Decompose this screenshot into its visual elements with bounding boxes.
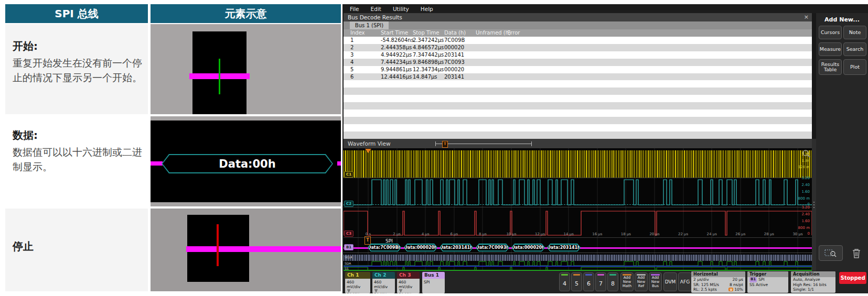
channel-badge-c2[interactable]: C2	[344, 201, 353, 207]
data-frame-diagram: Data:00h	[151, 116, 341, 206]
channel-badge-c1[interactable]: C1	[344, 171, 353, 178]
time-axis-label: 2 µs	[387, 232, 408, 237]
button-color-stripe	[597, 274, 604, 276]
results-cell: 000020	[444, 66, 464, 73]
channel-badge-c3[interactable]: C3	[344, 231, 353, 237]
results-cell: 12.34734µs	[413, 66, 444, 73]
start-diagram	[151, 24, 341, 114]
digital-separator	[344, 253, 812, 253]
channel-badge-body: SPI	[422, 279, 445, 293]
bus-badge-b1[interactable]: B1	[344, 244, 353, 250]
menu-item-help[interactable]: Help	[421, 6, 433, 12]
results-cell: -54.82604ns	[381, 37, 414, 44]
results-col-header: Start Time	[381, 29, 408, 37]
display-button-4[interactable]: 4	[559, 272, 570, 291]
channel-badge-name: Ch 3	[397, 272, 420, 279]
trigger-type: SPI	[758, 277, 765, 282]
trigger-panel[interactable]: Trigger B1SPI SS Active	[747, 271, 788, 293]
acquisition-panel-title: Acquisition	[791, 271, 835, 277]
acquisition-panel[interactable]: Acquisition Auto, Analyze High Res: 16 b…	[791, 271, 835, 293]
add-new-cursors-button[interactable]: Cursors	[819, 26, 842, 39]
dvm-button[interactable]: DVM	[663, 272, 677, 291]
afg-button[interactable]: AFG	[678, 272, 692, 291]
results-row[interactable]	[344, 117, 812, 124]
results-row[interactable]	[344, 131, 812, 139]
results-cell: 12.44416µs	[381, 73, 412, 81]
channel-badge-name: Ch 1	[345, 272, 370, 279]
doc-term-data: 数据:	[13, 128, 143, 142]
add-new-math-button[interactable]: Add New Math	[620, 272, 634, 291]
channel-badge-ch-1[interactable]: Ch 1460 mV/div50 MHz	[345, 272, 370, 293]
trigger-slider-handle[interactable]: T	[442, 141, 448, 148]
display-button-8[interactable]: 8	[607, 272, 618, 291]
close-icon[interactable]: ×	[804, 13, 809, 21]
time-axis-label: 20 µs	[644, 232, 665, 237]
menu-item-utility[interactable]: Utility	[393, 6, 409, 12]
channel-scale: 460 mV/div	[399, 280, 418, 289]
trash-button[interactable]	[849, 245, 864, 261]
results-row[interactable]	[344, 124, 812, 131]
results-cell: 7C009B	[444, 37, 465, 44]
zoom-box-icon	[824, 249, 837, 257]
results-cell: 9.846898µs	[413, 59, 444, 66]
add-new-bus-button[interactable]: Add New Bus	[649, 272, 662, 291]
trigger-position-icon[interactable]	[365, 149, 371, 153]
zoom-mode-button[interactable]	[819, 245, 843, 261]
add-new-measure-button[interactable]: Measure	[819, 42, 842, 56]
add-new-sidebar: Add New... CursorsNoteMeasureSearchResul…	[816, 13, 868, 271]
results-row[interactable]: 47.444234µs9.846898µs7C0093	[344, 59, 812, 66]
spi-doc-table: SPI 总线 元素示意 开始: 重复开始发生在没有前一个停止的情况下显示另一个开…	[5, 4, 341, 291]
trigger-panel-title: Trigger	[747, 271, 788, 277]
add-new-search-button[interactable]: Search	[843, 42, 866, 56]
results-row[interactable]: 1-54.82604ns2.347242µs7C009B	[344, 37, 812, 44]
channel-badge-ch-2[interactable]: Ch 2460 mV/div50 MHz	[372, 272, 395, 293]
add-new-plot-button[interactable]: Plot	[843, 59, 866, 75]
results-col-header: Data (h)	[444, 29, 466, 37]
menu-item-file[interactable]: File	[350, 6, 359, 12]
scale-label: 920 m	[798, 165, 810, 170]
results-cell: 203141	[444, 51, 464, 59]
digital-channel-label: SCLK	[345, 255, 352, 259]
results-row[interactable]: 22.444358µs4.846572µs000020	[344, 44, 812, 51]
results-cell: 7C0093	[444, 59, 465, 66]
results-row[interactable]	[344, 87, 812, 95]
results-row[interactable]	[344, 80, 812, 87]
menu-bar: FileEditUtilityHelp	[342, 4, 868, 13]
time-axis-label: 8 µs	[472, 232, 493, 237]
bus-decode-frame: Data:7C009Bh	[368, 244, 401, 251]
bus-decode-frame-label: Data:000020h	[405, 245, 437, 251]
channel-badge-bus-1[interactable]: Bus 1SPI	[422, 272, 445, 293]
trigger-marker-badge[interactable]: T	[365, 236, 371, 245]
results-row[interactable]: 34.944922µs7.347442µs203141	[344, 51, 812, 59]
expansion-point-icon: U	[728, 288, 733, 291]
waveform-plot[interactable]: 0 s2 µs4 µs6 µs8 µs10 µs12 µs14 µs16 µs1…	[344, 148, 812, 271]
results-cell: 2.347242µs	[413, 37, 444, 44]
button-color-stripe	[585, 274, 592, 276]
time-axis-label: 16 µs	[587, 232, 608, 237]
add-new-ref-button[interactable]: Add New Ref	[635, 272, 648, 291]
time-axis-label: 14 µs	[558, 232, 579, 237]
results-cell: 7.444234µs	[381, 59, 412, 66]
stopped-status-button[interactable]: Stopped	[839, 272, 866, 284]
panel-splitter-handle[interactable]	[812, 139, 816, 271]
time-axis-label: 22 µs	[673, 232, 694, 237]
results-cell: 7.347442µs	[413, 51, 444, 59]
menu-item-edit[interactable]: Edit	[371, 6, 381, 12]
results-row[interactable]: 59.944861µs12.34734µs000020	[344, 66, 812, 73]
add-new-note-button[interactable]: Note	[843, 26, 866, 39]
display-button-5[interactable]: 5	[571, 272, 582, 291]
tab-bus1-spi[interactable]: Bus 1 (SPI)	[350, 21, 389, 29]
pan-zoom-slider[interactable]: T	[435, 141, 532, 146]
channel-badge-ch-3[interactable]: Ch 3460 mV/div50 MHz	[397, 272, 420, 293]
results-row[interactable]	[344, 109, 812, 117]
add-new-results-table-button[interactable]: Results Table	[819, 59, 842, 75]
results-row[interactable]	[344, 95, 812, 102]
display-button-7[interactable]: 7	[595, 272, 606, 291]
doc-header-element: 元素示意	[151, 4, 341, 23]
results-row[interactable]	[344, 102, 812, 109]
results-row[interactable]: 612.44416µs14.847µs203141	[344, 73, 812, 81]
horizontal-panel[interactable]: Horizontal 2 µs/div20 µs SR: 125 MS/s8 n…	[691, 271, 745, 293]
waveform-view-window: Waveform View T 0 s2 µs4 µs6 µs8 µs10 µs…	[344, 139, 812, 271]
button-color-stripe	[623, 274, 631, 276]
display-button-6[interactable]: 6	[583, 272, 594, 291]
